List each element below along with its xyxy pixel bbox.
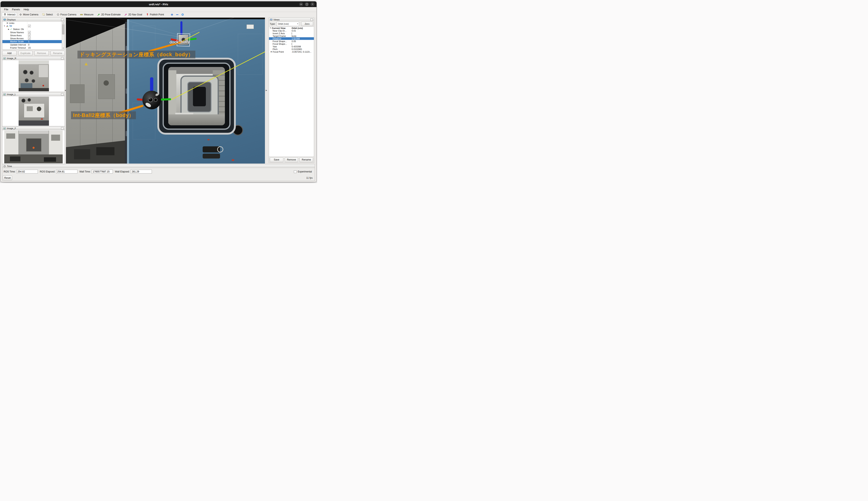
camera-eye-button[interactable] [180,12,185,17]
minimize-button[interactable] [299,2,303,6]
experimental-checkbox[interactable] [294,170,296,173]
show-axes-checkbox[interactable] [28,34,31,36]
image-l-header[interactable]: Image_L [2,92,65,96]
property-value[interactable]: 1 [28,40,62,43]
tf-enabled-checkbox[interactable] [28,25,31,27]
tree-row-status[interactable]: ▶✓Status: Ok [2,28,65,31]
wall-elapsed-input[interactable] [131,170,152,173]
show-arrows-checkbox[interactable] [28,37,31,40]
tree-row-tf[interactable]: ▼ TF [2,24,65,28]
view-row-focal-shape-fixed[interactable]: Focal Shape... [269,43,314,45]
reset-button[interactable]: Reset [3,175,12,180]
duplicate-button[interactable]: Duplicate [19,51,33,56]
add-button[interactable]: Add [2,51,17,56]
ros-time-input[interactable] [17,170,38,173]
panel-dock-toggle[interactable] [61,57,64,60]
tool-select[interactable]: Select [41,12,54,17]
rename-view-button[interactable]: Rename [299,158,313,162]
view-row-near-clip[interactable]: Near Clip Di... 0.01 [269,29,314,32]
expander-icon[interactable]: ▼ [270,27,271,29]
panel-dock-toggle[interactable] [61,93,64,96]
maximize-button[interactable] [305,2,309,6]
wall-time-input[interactable] [92,170,113,173]
close-button[interactable]: × [310,2,315,6]
focal-shape-checkbox[interactable] [292,43,292,45]
image-f-view [2,130,65,164]
displays-scrollbar[interactable]: ▲ ▼ [62,21,65,50]
property-value[interactable]: body [292,35,314,37]
tree-row-links[interactable]: ▶Links [2,21,65,24]
expander-icon[interactable]: ▼ [4,25,5,27]
view-row-focal-shape-size[interactable]: Focal Shape... 0.05 [269,40,314,43]
rename-button[interactable]: Rename [51,51,65,56]
property-value[interactable]: 15 [28,46,62,49]
menu-help[interactable]: Help [22,8,31,11]
image-r-header[interactable]: Image_R [2,56,65,60]
collapse-left-icon[interactable]: ◀ [65,89,66,91]
zoom-in-button[interactable] [170,12,174,17]
invert-z-checkbox[interactable] [292,32,292,35]
ruler-icon [80,13,83,16]
time-header[interactable]: Time [2,164,315,168]
menu-panels[interactable]: Panels [10,8,22,11]
property-value[interactable]: 0.420398 [292,45,314,48]
tree-row-update-interval[interactable]: Update Interval 0 [2,43,65,46]
property-label: Focal Point [273,51,284,53]
tree-row-marker-scale[interactable]: Marker Scale 1 [2,40,65,43]
tree-row-show-axes[interactable]: Show Axes [2,34,65,37]
expander-icon[interactable]: ▶ [8,28,9,30]
remove-button[interactable]: Remove [34,51,49,56]
collapse-right-icon[interactable]: ▶ [266,89,267,91]
photo-detail [41,118,43,120]
zero-button[interactable]: Zero [301,22,313,26]
menu-file[interactable]: File [2,8,10,11]
view-type-combo[interactable]: Orbit (rviz) ▼ [277,22,299,26]
expander-icon[interactable]: ▶ [7,22,8,24]
image-f-header[interactable]: Image_F [2,126,65,130]
3d-viewport[interactable]: dock_body ドッキングステーション座標系（dock_body） Int-… [66,18,265,163]
zoom-out-button[interactable] [175,12,179,17]
tree-row-frame-timeout[interactable]: Frame Timeout 15 [2,46,65,49]
scroll-up-icon[interactable]: ▲ [62,21,65,24]
tree-row-show-arrows[interactable]: Show Arrows [2,37,65,40]
scroll-down-icon[interactable]: ▼ [62,47,65,50]
crosshair-icon [57,13,59,16]
title-bar[interactable]: urdf.rviz* - RViz × [1,1,317,7]
tool-publish-point[interactable]: Publish Point [144,12,166,17]
tool-2d-pose-estimate[interactable]: 2D Pose Estimate [96,12,122,17]
save-view-button[interactable]: Save [270,158,283,162]
property-value[interactable]: -0.067241; 0.1123... [292,51,314,53]
show-names-checkbox[interactable] [28,31,31,34]
tool-move-camera[interactable]: Move Camera [18,12,40,17]
left-wall [66,18,127,163]
panel-dock-toggle[interactable] [61,19,64,21]
select-box-icon [42,13,45,16]
panel-dock-toggle[interactable] [61,127,64,130]
tool-interact[interactable]: Interact [2,12,17,17]
view-row-current[interactable]: ▼Current View Orbit (rviz) [269,27,314,29]
panel-dock-toggle[interactable] [310,19,313,21]
expander-icon[interactable]: ▶ [271,51,272,53]
view-row-yaw[interactable]: Yaw 0.420398 [269,45,314,48]
property-value[interactable]: 1.62168 [292,38,314,40]
property-label: Update Interval [10,43,26,46]
tree-row-show-names[interactable]: Show Names [2,31,65,34]
property-value[interactable]: 0 [28,43,62,46]
image-f-panel: Image_F [2,126,65,164]
property-value[interactable]: 0.0103981 [292,48,314,50]
view-row-pitch[interactable]: Pitch 0.0103981 [269,48,314,50]
tool-measure[interactable]: Measure [78,12,95,17]
view-row-distance[interactable]: Distance 1.62168 [269,37,314,40]
displays-header[interactable]: Displays [2,18,65,21]
main-area: Displays ▶Links ▼ TF ▶✓Stat [1,17,317,164]
property-value[interactable]: 0.05 [292,40,314,43]
remove-view-button[interactable]: Remove [285,158,298,162]
view-row-focal-point[interactable]: ▶Focal Point -0.067241; 0.1123... [269,50,314,53]
view-row-target-frame[interactable]: Target Frame body [269,35,314,37]
tool-2d-nav-goal[interactable]: 2D Nav Goal [123,12,144,17]
view-row-invert-z[interactable]: Invert Z Axis [269,32,314,35]
property-value[interactable]: 0.01 [292,30,314,32]
ros-elapsed-input[interactable] [56,170,77,173]
tool-focus-camera[interactable]: Focus Camera [55,12,78,17]
scrollbar-thumb[interactable] [62,24,64,34]
